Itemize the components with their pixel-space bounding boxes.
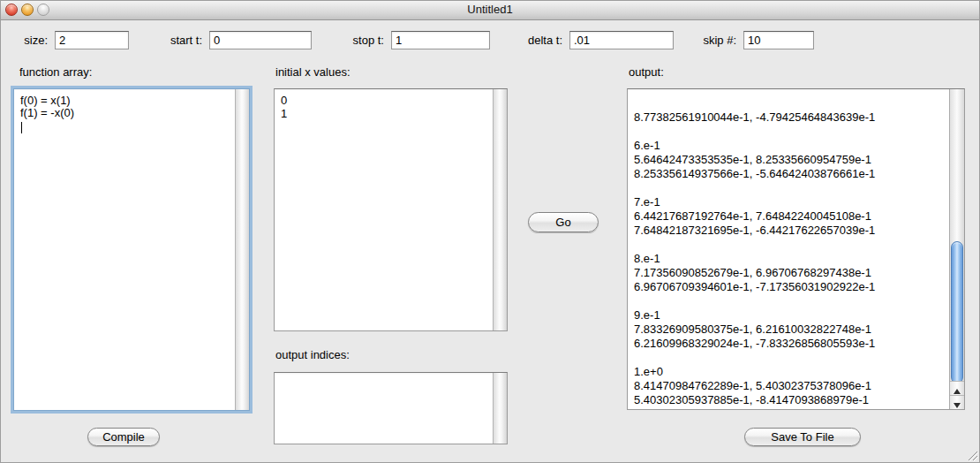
delta-t-label: delta t: [519, 34, 562, 47]
function-array-textarea[interactable]: f(0) = x(1) f(1) = -x(0) [13, 88, 250, 411]
stop-t-input[interactable] [391, 31, 490, 49]
output-indices-text [275, 373, 494, 444]
start-t-input[interactable] [209, 31, 312, 49]
skip-label: skip #: [693, 34, 736, 47]
param-delta-t: delta t: [519, 30, 674, 49]
window-title: Untitled1 [0, 0, 980, 19]
resize-grip[interactable] [964, 447, 978, 461]
initial-x-values-scrollbar[interactable] [493, 89, 507, 330]
titlebar[interactable]: Untitled1 [0, 0, 980, 20]
text-caret [21, 122, 22, 133]
function-array-text: f(0) = x(1) f(1) = -x(0) [14, 89, 236, 410]
scroll-up-button[interactable] [950, 381, 964, 395]
output-indices-scrollbar[interactable] [493, 373, 507, 444]
param-stop-t: stop t: [344, 30, 490, 49]
minimize-button-icon[interactable] [21, 4, 34, 16]
start-t-label: start t: [155, 34, 202, 47]
initial-x-values-text: 0 1 [275, 89, 494, 330]
scrollbar-thumb[interactable] [951, 241, 963, 383]
output-text: 8.77382561910044e-1, -4.79425464843639e-… [628, 110, 950, 407]
go-button[interactable]: Go [528, 212, 599, 232]
skip-input[interactable] [743, 31, 814, 49]
save-to-file-button[interactable]: Save To File [744, 428, 861, 446]
function-array-label: function array: [19, 65, 92, 79]
zoom-button-icon[interactable] [37, 4, 49, 16]
scroll-down-button[interactable] [950, 395, 964, 409]
compile-button[interactable]: Compile [87, 428, 160, 446]
delta-t-input[interactable] [569, 31, 674, 49]
initial-x-values-label: initial x values: [275, 65, 351, 79]
function-array-scrollbar[interactable] [235, 89, 249, 410]
size-label: size: [16, 34, 48, 47]
arrow-down-icon [954, 403, 961, 408]
output-text-clip: 8.77382561910044e-1, -4.79425464843639e-… [628, 89, 950, 409]
size-input[interactable] [55, 31, 129, 49]
arrow-up-icon [954, 389, 961, 394]
output-scrollbar[interactable] [949, 89, 964, 409]
close-button-icon[interactable] [5, 4, 18, 16]
param-size: size: [16, 30, 129, 49]
app-window: { "window": { "title": "Untitled1" }, "p… [0, 0, 980, 463]
param-skip: skip #: [693, 30, 814, 49]
stop-t-label: stop t: [344, 34, 384, 47]
output-indices-textarea[interactable] [274, 372, 508, 444]
output-label: output: [629, 65, 664, 79]
output-textarea[interactable]: 8.77382561910044e-1, -4.79425464843639e-… [627, 88, 965, 410]
initial-x-values-textarea[interactable]: 0 1 [274, 88, 508, 331]
param-start-t: start t: [155, 30, 312, 49]
output-indices-label: output indices: [275, 348, 350, 361]
